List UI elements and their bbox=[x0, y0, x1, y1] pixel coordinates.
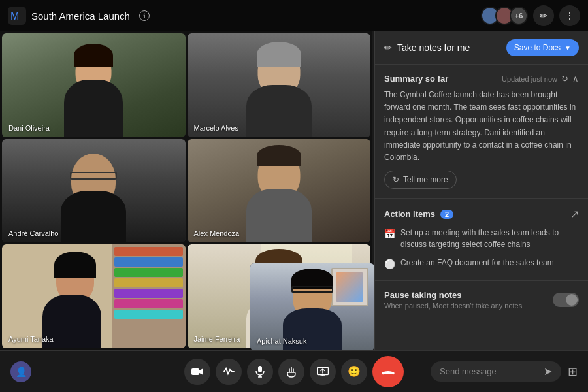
tell-me-more-label: Tell me more bbox=[403, 175, 448, 184]
name-label-dani: Dani Oliveira bbox=[8, 124, 50, 132]
name-label-alex: Alex Mendoza bbox=[194, 229, 240, 237]
pause-title: Pause taking notes bbox=[384, 290, 553, 300]
info-icon[interactable]: ℹ bbox=[139, 10, 150, 21]
mic-toggle-button[interactable] bbox=[247, 359, 273, 385]
pencil-icon: ✏ bbox=[384, 42, 392, 53]
toggle-knob bbox=[566, 294, 578, 306]
pause-subtitle: When paused, Meet doesn't take any notes bbox=[384, 302, 553, 310]
dropdown-arrow-icon: ▼ bbox=[564, 44, 571, 52]
action-items-badge: 2 bbox=[440, 210, 453, 219]
action-item-1: 📅 Set up a meeting with the sales team l… bbox=[384, 227, 579, 250]
action-items-title: Action items bbox=[384, 209, 435, 219]
video-cell-marcelo: Marcelo Alves bbox=[188, 33, 371, 137]
bottom-left: 👤 bbox=[10, 361, 31, 382]
self-avatar: 👤 bbox=[10, 361, 31, 382]
top-bar: M South America Launch ℹ +6 ✏ ⋮ bbox=[0, 0, 588, 31]
name-label-apichat: Apichat Naksuk bbox=[257, 337, 306, 345]
google-meet-logo: M bbox=[8, 7, 26, 25]
more-options-icon[interactable]: ⋮ bbox=[559, 5, 580, 26]
action-items-header: Action items 2 ↗ bbox=[384, 208, 579, 220]
top-bar-right: +6 ✏ ⋮ bbox=[481, 5, 580, 26]
tell-me-more-button[interactable]: ↻ Tell me more bbox=[384, 171, 457, 189]
action-items-controls: ↗ bbox=[570, 208, 579, 220]
video-cell-alex: Alex Mendoza bbox=[188, 139, 371, 243]
hand-raise-button[interactable] bbox=[278, 359, 304, 385]
video-cell-andre: André Carvalho bbox=[2, 139, 186, 243]
name-label-marcelo: Marcelo Alves bbox=[194, 124, 238, 132]
grid-icon[interactable]: ⊞ bbox=[568, 365, 578, 379]
doc-icon: ⚪ bbox=[384, 257, 395, 271]
meeting-title: South America Launch bbox=[31, 10, 130, 22]
activity-button[interactable] bbox=[216, 359, 242, 385]
action-items-section: Action items 2 ↗ 📅 Set up a meeting with… bbox=[375, 199, 588, 281]
bottom-bar: 👤 bbox=[0, 350, 588, 392]
summary-updated: Updated just now bbox=[502, 75, 557, 83]
avatar-stack: +6 bbox=[481, 7, 528, 25]
save-to-docs-button[interactable]: Save to Docs ▼ bbox=[506, 39, 579, 56]
panel-title: Take notes for me bbox=[397, 42, 470, 53]
svg-rect-2 bbox=[191, 368, 199, 375]
collapse-icon[interactable]: ∧ bbox=[572, 74, 579, 84]
name-label-jaime: Jaime Ferreira bbox=[194, 335, 240, 343]
action-item-2: ⚪ Create an FAQ document for the sales t… bbox=[384, 257, 579, 271]
name-label-andre: André Carvalho bbox=[8, 229, 58, 237]
refresh-icon[interactable]: ↻ bbox=[561, 74, 568, 84]
summary-header: Summary so far Updated just now ↻ ∧ bbox=[384, 74, 579, 84]
summary-text: The Cymbal Coffee launch date has been b… bbox=[384, 89, 579, 164]
panel-title-group: ✏ Take notes for me bbox=[384, 42, 470, 53]
emoji-button[interactable]: 🙂 bbox=[341, 359, 367, 385]
svg-rect-3 bbox=[258, 366, 262, 372]
send-icon[interactable]: ➤ bbox=[544, 365, 552, 378]
avatar-count: +6 bbox=[510, 7, 528, 25]
bottom-right: Send message ➤ ⊞ bbox=[431, 361, 578, 382]
refresh-small-icon: ↻ bbox=[393, 175, 399, 184]
add-action-icon[interactable]: ↗ bbox=[570, 208, 579, 220]
summary-section: Summary so far Updated just now ↻ ∧ The … bbox=[375, 65, 588, 199]
bottom-controls: 🙂 bbox=[184, 356, 404, 387]
summary-title: Summary so far bbox=[384, 74, 448, 84]
pause-text-block: Pause taking notes When paused, Meet doe… bbox=[384, 290, 553, 310]
notes-panel: ✏ Take notes for me Save to Docs ▼ Summa… bbox=[374, 31, 588, 350]
end-call-button[interactable] bbox=[372, 356, 404, 387]
save-to-docs-label: Save to Docs bbox=[514, 43, 561, 52]
message-input-area[interactable]: Send message ➤ bbox=[431, 361, 561, 382]
svg-text:M: M bbox=[10, 10, 19, 22]
message-placeholder: Send message bbox=[440, 367, 538, 376]
summary-meta: Updated just now ↻ ∧ bbox=[502, 74, 579, 84]
action-item-2-text: Create an FAQ document for the sales tea… bbox=[400, 257, 554, 269]
calendar-icon: 📅 bbox=[384, 227, 395, 241]
action-items-title-row: Action items 2 bbox=[384, 209, 453, 219]
pause-toggle[interactable] bbox=[553, 293, 579, 307]
panel-header: ✏ Take notes for me Save to Docs ▼ bbox=[375, 31, 588, 65]
video-cell-ayumi: Ayumi Tanaka bbox=[2, 244, 186, 348]
pause-section: Pause taking notes When paused, Meet doe… bbox=[375, 281, 588, 319]
action-items-list: 📅 Set up a meeting with the sales team l… bbox=[384, 227, 579, 271]
video-cell-dani: Dani Oliveira bbox=[2, 33, 186, 137]
video-cell-apichat: Apichat Naksuk bbox=[250, 263, 374, 350]
screen-share-button[interactable] bbox=[310, 359, 336, 385]
action-item-1-text: Set up a meeting with the sales team lea… bbox=[400, 227, 579, 250]
camera-toggle-button[interactable] bbox=[184, 359, 210, 385]
edit-icon[interactable]: ✏ bbox=[533, 5, 554, 26]
name-label-ayumi: Ayumi Tanaka bbox=[8, 335, 54, 343]
